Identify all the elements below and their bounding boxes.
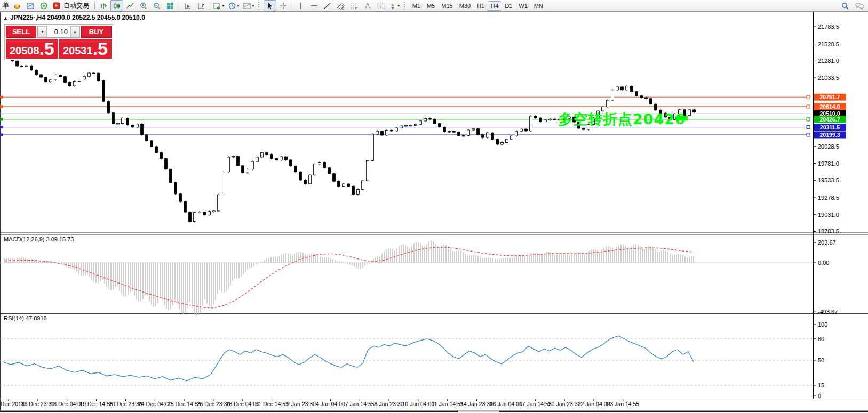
cursor-icon[interactable] (264, 0, 276, 11)
new-order-icon[interactable] (11, 0, 23, 11)
horizontal-line-icon[interactable] (308, 0, 321, 11)
sell-price-main: 20508 (10, 45, 39, 56)
svg-text:19533.5: 19533.5 (818, 177, 839, 183)
trade-panel-price-row: 20508.5 20531.5 (6, 39, 112, 59)
svg-text:15: 15 (818, 382, 824, 388)
svg-text:50: 50 (818, 357, 824, 363)
svg-text:19031.0: 19031.0 (818, 212, 839, 218)
svg-text:11 Jan 14:55: 11 Jan 14:55 (432, 401, 464, 407)
trend-line-icon[interactable] (321, 0, 334, 11)
search-icon[interactable] (839, 0, 851, 11)
volume-increase-button[interactable]: ▲ (70, 26, 79, 37)
timeframe-group: M1M5M15M30H1H4D1W1MN (409, 1, 546, 11)
main-toolbar: 单 自动交易 ▼ ▼ (0, 0, 868, 12)
separator (292, 2, 292, 10)
rsi-indicator-label: RSI(14) 47.8918 (4, 315, 47, 321)
timeframe-button-MN[interactable]: MN (531, 1, 546, 11)
tile-windows-icon[interactable] (164, 0, 177, 11)
bars-chart-icon[interactable] (97, 0, 110, 11)
volume-stepper: ▼ 0.10 ▲ (37, 26, 80, 38)
line-chart-icon[interactable] (124, 0, 137, 11)
arrows-button[interactable]: ▼ (388, 0, 402, 11)
one-click-trade-panel: SELL ▼ 0.10 ▲ BUY 20508.5 20531.5 (4, 24, 113, 60)
fibonacci-icon[interactable]: F (348, 0, 361, 11)
svg-text:0.00: 0.00 (818, 260, 829, 266)
text-label-icon[interactable]: T (375, 0, 387, 11)
template-indicators-button[interactable]: ▼ (242, 0, 257, 11)
toolbar-grip[interactable] (258, 2, 261, 10)
svg-text:8 Jan 23:30: 8 Jan 23:30 (375, 401, 404, 407)
bottom-scrollbar[interactable] (458, 411, 499, 413)
separator (179, 2, 179, 10)
timeframe-button-M1[interactable]: M1 (409, 1, 424, 11)
candlestick-chart-icon[interactable] (110, 0, 123, 11)
toolbar-right-group (839, 0, 866, 11)
chart-title-text: JPN225-,H4 20490.0 20522.5 20455.0 20510… (10, 14, 145, 21)
svg-text:19781.0: 19781.0 (818, 160, 839, 167)
timeframe-button-H1[interactable]: H1 (474, 1, 488, 11)
toolbar-grip[interactable] (404, 2, 407, 10)
crosshair-icon[interactable] (277, 0, 290, 11)
sell-price-box[interactable]: 20508.5 (6, 39, 58, 59)
svg-text:7 Jan 14:55: 7 Jan 14:55 (345, 401, 375, 407)
charts-window-icon[interactable] (24, 0, 37, 11)
svg-text:T: T (379, 3, 383, 9)
auto-trading-button[interactable]: 自动交易 (51, 0, 92, 11)
svg-text:16 Dec 23:30: 16 Dec 23:30 (21, 401, 55, 407)
equidistant-channel-icon[interactable]: E (335, 0, 347, 11)
volume-value[interactable]: 0.10 (47, 26, 70, 37)
sell-price-frac: .5 (39, 39, 54, 58)
svg-text:20311.5: 20311.5 (820, 124, 840, 131)
timeframe-button-H4[interactable]: H4 (488, 1, 501, 11)
svg-text:20426.7: 20426.7 (820, 116, 840, 123)
timeframe-button-M15[interactable]: M15 (438, 1, 456, 11)
trade-panel-top-row: SELL ▼ 0.10 ▲ BUY (6, 26, 112, 38)
svg-text:20028.5: 20028.5 (818, 143, 839, 150)
svg-text:0: 0 (818, 393, 821, 399)
chart-title: ▲JPN225-,H4 20490.0 20522.5 20455.0 2051… (3, 14, 145, 21)
timeframe-button-M30[interactable]: M30 (456, 1, 474, 11)
svg-text:22 Jan 04:00: 22 Jan 04:00 (578, 401, 610, 407)
volume-decrease-button[interactable]: ▼ (38, 26, 47, 37)
zoom-in-icon[interactable] (137, 0, 150, 11)
timeframe-button-W1[interactable]: W1 (515, 1, 531, 11)
chart-canvas[interactable]: 21783.521528.521281.021033.520028.519781… (0, 0, 868, 413)
timeframe-button-M5[interactable]: M5 (424, 1, 438, 11)
svg-text:19278.5: 19278.5 (818, 195, 839, 201)
auto-scroll-icon[interactable] (181, 0, 194, 11)
svg-text:28 Dec 04:00: 28 Dec 04:00 (226, 401, 260, 407)
price-level-badges: 20751.720614.020510.020426.720311.520199… (814, 94, 846, 139)
svg-text:21528.5: 21528.5 (818, 41, 839, 47)
svg-text:-493.67: -493.67 (818, 309, 838, 315)
chart-frame (0, 12, 868, 413)
chart-shift-icon[interactable] (195, 0, 208, 11)
svg-text:16 Jan 04:00: 16 Jan 04:00 (490, 401, 522, 407)
svg-text:20751.7: 20751.7 (820, 94, 840, 100)
svg-text:10 Jan 04:00: 10 Jan 04:00 (402, 401, 435, 407)
svg-text:20 Jan 23:30: 20 Jan 23:30 (548, 401, 581, 407)
signal-icon[interactable] (37, 0, 50, 11)
svg-text:21783.5: 21783.5 (818, 23, 839, 30)
separator (210, 2, 210, 10)
buy-price-frac: .5 (93, 39, 108, 58)
text-icon[interactable]: A (361, 0, 374, 11)
collapse-triangle-icon[interactable]: ▲ (3, 15, 8, 21)
buy-price-main: 20531 (63, 45, 93, 56)
svg-text:19 Dec 14:55: 19 Dec 14:55 (79, 401, 113, 407)
svg-text:14 Jan 23:30: 14 Jan 23:30 (460, 401, 493, 407)
new-chart-button[interactable]: ▼ (212, 0, 227, 11)
buy-button[interactable]: BUY (81, 26, 112, 38)
zoom-out-icon[interactable] (150, 0, 163, 11)
period-clock-button[interactable]: ▼ (227, 0, 242, 11)
buy-price-box[interactable]: 20531.5 (59, 39, 112, 59)
vertical-line-icon[interactable] (294, 0, 307, 11)
svg-text:80: 80 (818, 336, 824, 342)
chart-annotation-text[interactable]: 多空转折点20426 (558, 110, 686, 129)
svg-text:A: A (365, 2, 370, 10)
timeframe-button-D1[interactable]: D1 (501, 1, 515, 11)
separator (94, 2, 95, 10)
sell-button[interactable]: SELL (6, 26, 36, 38)
svg-text:26 Dec 23:30: 26 Dec 23:30 (197, 401, 230, 407)
chat-icon[interactable] (854, 0, 866, 11)
partial-order-button[interactable]: 单 (2, 1, 10, 10)
